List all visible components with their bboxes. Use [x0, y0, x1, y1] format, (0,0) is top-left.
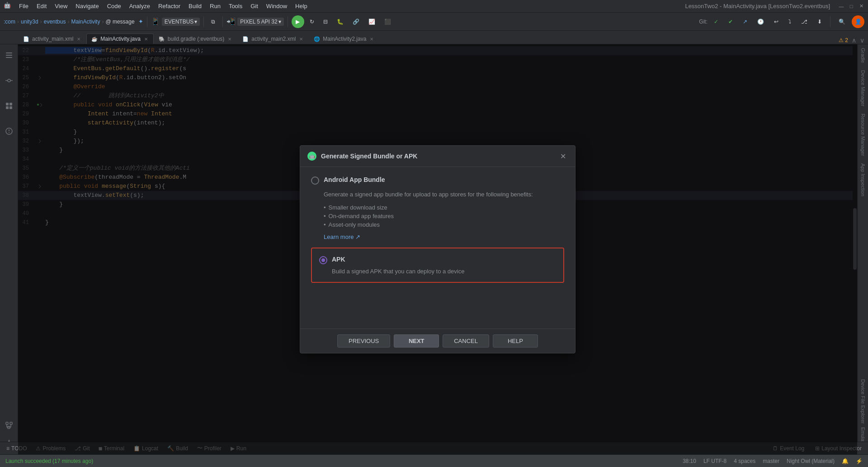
- git-push-icon[interactable]: ↗: [739, 17, 751, 26]
- git-branch-status[interactable]: master: [763, 458, 779, 464]
- menu-refactor[interactable]: Refactor: [155, 2, 184, 10]
- tab-close-icon[interactable]: ✕: [77, 37, 80, 42]
- tab-build-gradle[interactable]: 🐘 build.gradle (:eventbus) ✕: [154, 33, 237, 44]
- apk-radio[interactable]: [319, 256, 327, 264]
- tab-activity-main2-xml[interactable]: 📄 activity_main2.xml ✕: [237, 33, 309, 44]
- cancel-button[interactable]: CANCEL: [443, 334, 489, 348]
- launch-status: Launch succeeded (17 minutes ago): [5, 458, 93, 464]
- menu-navigate[interactable]: Navigate: [72, 2, 102, 10]
- profile-button[interactable]: 📈: [365, 17, 379, 26]
- bullet-asset-only: • Asset-only modules: [311, 221, 564, 228]
- tabs-bar: 📄 activity_main.xml ✕ ☕ MainActivity.jav…: [0, 31, 868, 44]
- dialog-title: Generate Signed Bundle or APK: [321, 152, 417, 160]
- app-inspection-panel-label[interactable]: App Inspection: [859, 160, 868, 200]
- learn-more-link[interactable]: Learn more ↗: [311, 234, 564, 240]
- menu-git[interactable]: Git: [247, 2, 262, 10]
- maximize-button[interactable]: □: [848, 3, 854, 10]
- breadcrumb-unity3d[interactable]: unity3d: [21, 19, 38, 25]
- indent-info[interactable]: 4 spaces: [734, 458, 755, 464]
- git-fetch-icon[interactable]: ⬇: [814, 17, 826, 26]
- device-file-explorer-label[interactable]: Device File Explorer: [859, 376, 868, 427]
- settings-button[interactable]: 👤: [852, 15, 864, 28]
- git-area: Git: ✓ ✔ ↗ 🕐 ↩ ⤵ ⎇ ⬇ 🔍 👤: [699, 15, 864, 28]
- breadcrumb-eventbus[interactable]: eventbus: [44, 19, 66, 25]
- sidebar-structure-icon[interactable]: [2, 418, 16, 433]
- search-button[interactable]: 🔍: [835, 17, 849, 26]
- tab-label: activity_main.xml: [32, 36, 73, 42]
- menu-help[interactable]: Help: [292, 2, 311, 10]
- dialog-header: 🤖 Generate Signed Bundle or APK ✕: [300, 146, 575, 167]
- menu-view[interactable]: View: [51, 2, 71, 10]
- git-history-icon[interactable]: 🕐: [754, 17, 768, 26]
- deploy-button[interactable]: ⊟: [320, 17, 331, 26]
- apk-option[interactable]: APK: [319, 256, 556, 264]
- eventbus-label: EVENTBUS: [165, 19, 194, 25]
- previous-button[interactable]: PREVIOUS: [337, 334, 390, 348]
- encoding-info[interactable]: LF UTF-8: [703, 458, 726, 464]
- eventbus-dropdown[interactable]: EVENTBUS ▾: [162, 18, 200, 26]
- attach-button[interactable]: 🔗: [349, 17, 363, 26]
- tab-activity-main-xml[interactable]: 📄 activity_main.xml ✕: [18, 33, 86, 44]
- app-bundle-radio[interactable]: [311, 176, 319, 185]
- git-checkmark-icon[interactable]: ✔: [725, 17, 736, 26]
- help-button[interactable]: HELP: [493, 334, 538, 348]
- bullet-text-2: On-demand app features: [329, 213, 394, 219]
- git-branch-icon[interactable]: ⎇: [797, 17, 811, 26]
- device-dropdown[interactable]: PIXEL 5 API 32 ▾: [237, 18, 283, 26]
- dialog-close-button[interactable]: ✕: [558, 151, 568, 161]
- warning-badge: ⚠ 2: [839, 37, 848, 43]
- run-button[interactable]: ▶: [292, 15, 304, 28]
- menu-build[interactable]: Build: [185, 2, 205, 10]
- breadcrumb-message[interactable]: @ message: [105, 19, 134, 25]
- tab-close-gradle-icon[interactable]: ✕: [228, 37, 231, 42]
- tab-mainactivity2-java[interactable]: 🌐 MainActivity2.java ✕: [309, 33, 379, 44]
- status-bar: Launch succeeded (17 minutes ago) 38:10 …: [0, 454, 868, 467]
- menu-window[interactable]: Window: [263, 2, 291, 10]
- svg-rect-0: [6, 52, 12, 53]
- status-right: 38:10 LF UTF-8 4 spaces master Night Owl…: [683, 458, 863, 464]
- copy-path-button[interactable]: ⧉: [208, 17, 219, 26]
- cursor-position[interactable]: 38:10: [683, 458, 696, 464]
- window-controls: — □ ✕: [838, 3, 864, 10]
- minimize-button[interactable]: —: [838, 3, 844, 10]
- menu-edit[interactable]: Edit: [33, 2, 50, 10]
- git-revert-icon[interactable]: ↩: [770, 17, 782, 26]
- close-button[interactable]: ✕: [858, 3, 864, 10]
- android-app-bundle-option[interactable]: Android App Bundle: [311, 176, 564, 185]
- resource-manager-panel-label[interactable]: Resource Manager: [859, 110, 868, 160]
- menu-code[interactable]: Code: [104, 2, 125, 10]
- git-label: Git:: [699, 19, 708, 25]
- sidebar-app-inspection-icon[interactable]: [2, 124, 16, 138]
- menu-bar: 🤖 File Edit View Navigate Code Analyze R…: [0, 0, 868, 13]
- tab-close-java2-icon[interactable]: ✕: [370, 37, 373, 42]
- svg-point-3: [8, 79, 10, 82]
- sidebar-commit-icon[interactable]: [2, 73, 16, 88]
- editor-area[interactable]: 22 textView=findViewById(R.id.textView);…: [18, 44, 857, 454]
- tab-expand-icon[interactable]: ∧: [852, 37, 856, 44]
- theme-info[interactable]: Night Owl (Material): [787, 458, 835, 464]
- breadcrumb-mainactivity[interactable]: MainActivity: [71, 19, 100, 25]
- tab-mainactivity-java[interactable]: ☕ MainActivity.java ✕: [86, 33, 153, 44]
- apk-section[interactable]: APK Build a signed APK that you can depl…: [311, 248, 564, 283]
- menu-tools[interactable]: Tools: [225, 2, 246, 10]
- debug-button[interactable]: 🐛: [333, 17, 347, 26]
- breadcrumb-com[interactable]: :com: [4, 19, 15, 25]
- sidebar-project-icon[interactable]: [2, 48, 16, 62]
- tab-close-active-icon[interactable]: ✕: [144, 37, 148, 42]
- tab-close-xml2-icon[interactable]: ✕: [299, 37, 303, 42]
- app-bundle-description: Generate a signed app bundle for upload …: [311, 190, 564, 200]
- sidebar-resource-icon[interactable]: [2, 99, 16, 113]
- next-button[interactable]: NEXT: [394, 334, 439, 348]
- refresh-button[interactable]: ↻: [306, 17, 318, 26]
- menu-run[interactable]: Run: [206, 2, 224, 10]
- gradle-panel-label[interactable]: Gradle: [859, 44, 868, 67]
- git-merge-icon[interactable]: ⤵: [785, 17, 795, 26]
- menu-file[interactable]: File: [15, 2, 32, 10]
- chevron-down-icon: ▾: [194, 19, 197, 25]
- menu-analyze[interactable]: Analyze: [126, 2, 154, 10]
- stop-button[interactable]: ⬛: [381, 17, 395, 26]
- git-check-icon[interactable]: ✓: [710, 17, 722, 26]
- device-manager-panel-label[interactable]: Device Manager: [859, 67, 868, 110]
- bullet-text-3: Asset-only modules: [329, 221, 380, 228]
- tab-collapse-icon[interactable]: ∨: [860, 37, 864, 44]
